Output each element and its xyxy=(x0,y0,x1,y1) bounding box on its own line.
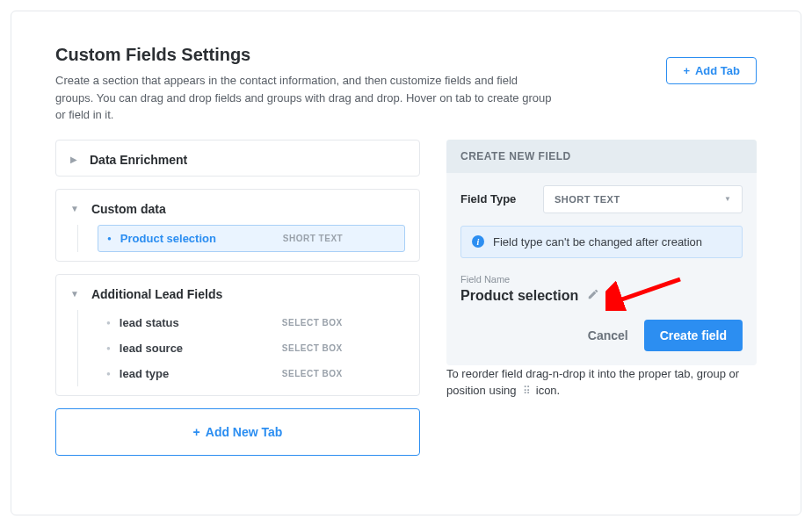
info-icon: i xyxy=(472,235,484,248)
actions-row: Cancel Create field xyxy=(460,320,743,351)
info-banner: i Field type can't be changed after crea… xyxy=(460,226,743,258)
field-list: ● lead status SELECT BOX ● lead source S… xyxy=(77,310,405,386)
field-name-label: Field Name xyxy=(460,274,743,285)
field-row-lead-status[interactable]: ● lead status SELECT BOX xyxy=(98,310,405,335)
add-new-tab-label: Add New Tab xyxy=(206,425,283,439)
right-column: CREATE NEW FIELD Field Type SHORT TEXT ▼… xyxy=(446,140,757,400)
field-type-badge: SHORT TEXT xyxy=(283,234,343,243)
page-title: Custom Fields Settings xyxy=(55,45,556,65)
pencil-icon[interactable] xyxy=(587,288,599,304)
info-text: Field type can't be changed after creati… xyxy=(493,235,702,249)
section-header[interactable]: ▼ Additional Lead Fields xyxy=(70,287,405,301)
add-tab-button[interactable]: + Add Tab xyxy=(666,57,757,84)
create-panel-header: CREATE NEW FIELD xyxy=(446,140,757,173)
create-field-button[interactable]: Create field xyxy=(644,320,743,351)
create-field-panel: CREATE NEW FIELD Field Type SHORT TEXT ▼… xyxy=(446,140,757,365)
field-list: ● Product selection SHORT TEXT xyxy=(77,225,405,252)
section-additional-lead-fields: ▼ Additional Lead Fields ● lead status S… xyxy=(55,274,420,396)
field-type-label: Field Type xyxy=(460,192,531,205)
add-tab-label: Add Tab xyxy=(695,64,740,77)
chevron-down-icon: ▼ xyxy=(70,289,79,299)
create-panel-body: Field Type SHORT TEXT ▼ i Field type can… xyxy=(446,173,757,365)
section-custom-data: ▼ Custom data ● Product selection SHORT … xyxy=(55,189,420,262)
helper-text-after: icon. xyxy=(536,384,560,397)
field-label: lead type xyxy=(120,367,273,380)
bullet-icon: ● xyxy=(106,370,111,378)
page-description: Create a section that appears in the con… xyxy=(55,72,556,124)
settings-card: Custom Fields Settings Create a section … xyxy=(11,11,801,515)
field-label: lead status xyxy=(120,316,273,329)
add-new-tab-button[interactable]: + Add New Tab xyxy=(55,408,420,456)
chevron-down-icon: ▼ xyxy=(70,204,79,213)
section-header[interactable]: ▶ Data Enrichment xyxy=(70,153,405,167)
field-type-value: SHORT TEXT xyxy=(555,194,620,205)
section-title: Additional Lead Fields xyxy=(91,287,222,301)
cancel-button[interactable]: Cancel xyxy=(588,328,628,342)
field-type-badge: SELECT BOX xyxy=(282,318,343,328)
section-data-enrichment[interactable]: ▶ Data Enrichment xyxy=(55,140,420,177)
field-row-product-selection[interactable]: ● Product selection SHORT TEXT xyxy=(98,225,405,252)
columns: ▶ Data Enrichment ▼ Custom data ● Produc… xyxy=(55,140,757,456)
field-type-badge: SELECT BOX xyxy=(282,343,343,353)
drag-handle-icon: ⠿ xyxy=(523,389,529,393)
helper-text: To reorder field drag-n-drop it into the… xyxy=(446,367,739,398)
plus-icon: + xyxy=(193,425,200,439)
bullet-icon: ● xyxy=(106,319,111,327)
bullet-icon: ● xyxy=(107,234,112,242)
left-column: ▶ Data Enrichment ▼ Custom data ● Produc… xyxy=(55,140,420,456)
field-row-lead-type[interactable]: ● lead type SELECT BOX xyxy=(98,361,405,386)
field-row-lead-source[interactable]: ● lead source SELECT BOX xyxy=(98,335,405,361)
field-label: Product selection xyxy=(120,232,274,245)
header-text: Custom Fields Settings Create a section … xyxy=(55,45,556,124)
section-header[interactable]: ▼ Custom data xyxy=(70,202,405,216)
chevron-right-icon: ▶ xyxy=(70,155,77,164)
section-title: Custom data xyxy=(91,202,166,216)
field-name-value: Product selection xyxy=(460,288,578,304)
field-type-row: Field Type SHORT TEXT ▼ xyxy=(460,185,743,213)
plus-icon: + xyxy=(683,64,690,77)
field-label: lead source xyxy=(120,342,273,355)
caret-down-icon: ▼ xyxy=(724,195,731,203)
header-row: Custom Fields Settings Create a section … xyxy=(55,45,757,124)
field-type-badge: SELECT BOX xyxy=(282,369,343,378)
field-type-select[interactable]: SHORT TEXT ▼ xyxy=(543,185,743,213)
field-name-row: Product selection xyxy=(460,288,743,304)
section-title: Data Enrichment xyxy=(90,153,187,167)
helper-text-before: To reorder field drag-n-drop it into the… xyxy=(446,367,739,398)
bullet-icon: ● xyxy=(106,344,111,352)
